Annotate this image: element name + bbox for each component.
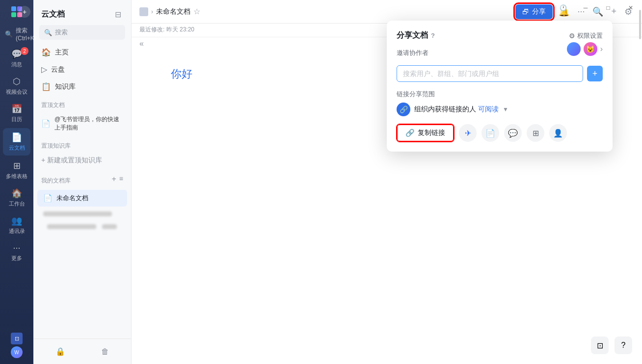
invite-label: 邀请协作者 [397, 49, 428, 57]
sidebar-item-more[interactable]: ··· 更多 [0, 239, 33, 266]
my-docs-actions: + ≡ [111, 175, 123, 183]
add-workspace-btn[interactable]: + [19, 6, 30, 18]
sidebar-bottom: ⊡ W [11, 333, 23, 364]
blurred-doc-item-2[interactable] [37, 221, 127, 232]
right-scrollbar[interactable] [638, 0, 642, 364]
trash-icon[interactable]: 🗑 [97, 345, 113, 358]
template-btn[interactable]: ⊡ [591, 337, 609, 354]
breadcrumb-doc-name[interactable]: 未命名文档 [156, 7, 190, 16]
panel-search-label: 搜索 [55, 28, 68, 37]
link-scope-row: 🔗 组织内获得链接的人 可阅读 ▼ [397, 103, 603, 116]
permission-label: 权限设置 [577, 31, 603, 40]
sidebar-avatar-area[interactable]: ⊡ W [11, 333, 23, 358]
search-label: 搜索 (Ctrl+K) [16, 26, 36, 42]
link-scope-label: 链接分享范围 [397, 90, 603, 99]
sidebar-item-messages[interactable]: 💬 消息 2 [0, 45, 33, 72]
sheets-icon: ⊞ [13, 160, 21, 171]
share-popup-header: 分享文档 ? ⚙ 权限设置 [397, 30, 603, 41]
sidebar-item-video[interactable]: ⬡ 视频会议 [0, 72, 33, 100]
share-actions: 🔗 复制链接 ✈ 📄 💬 ⊞ 👤 [397, 124, 603, 142]
blurred-doc-item-1[interactable] [37, 208, 127, 219]
pinned-doc-icon: 📄 [41, 119, 51, 128]
lock-icon[interactable]: 🔒 [52, 345, 69, 358]
pinned-docs-label: 置顶文档 [33, 95, 131, 111]
video-label: 视频会议 [6, 88, 27, 96]
template-icon: ⊡ [597, 341, 603, 350]
add-doc-btn[interactable]: + [111, 175, 116, 183]
blurred-bar-1 [43, 211, 112, 216]
home-label: 主页 [55, 48, 69, 57]
maximize-btn[interactable]: □ [597, 0, 619, 16]
contacts-icon: 👥 [11, 215, 22, 226]
panel-nav-home[interactable]: 🏠 主页 [33, 44, 131, 61]
pinned-knowledge-label: 置顶知识库 [33, 136, 131, 152]
knowledge-icon: 📋 [41, 82, 51, 91]
panel-footer: 🔒 🗑 [33, 338, 131, 364]
doc-list-toggle-btn[interactable]: ≡ [119, 175, 123, 183]
feishu-icon: ⊡ [11, 333, 23, 344]
collaborator-avatar-1 [567, 42, 581, 56]
star-icon[interactable]: ☆ [193, 7, 200, 16]
messages-label: 消息 [11, 61, 22, 68]
qr-share-icon: ⊞ [533, 129, 539, 138]
history-btn[interactable]: 🕐 [552, 0, 574, 16]
feishu-share-icon: ✈ [465, 129, 471, 138]
close-btn[interactable]: ✕ [619, 0, 642, 16]
panel-nav-cloud[interactable]: ▷ 云盘 [33, 61, 131, 78]
link-section: 链接分享范围 🔗 组织内获得链接的人 可阅读 ▼ [397, 90, 603, 116]
permission-settings-btn[interactable]: ⚙ 权限设置 [569, 31, 603, 40]
invite-section: 邀请协作者 😺 › + [397, 49, 603, 82]
collaborator-avatar-2: 😺 [584, 42, 597, 56]
user-share-icon: 👤 [553, 129, 563, 138]
link-scope-icon: 🔗 [397, 103, 410, 116]
invite-more-btn[interactable]: › [600, 45, 603, 53]
invite-add-btn[interactable]: + [587, 66, 603, 81]
add-knowledge-btn[interactable]: + 新建或置顶知识库 [33, 152, 131, 169]
active-doc-item[interactable]: 📄 未命名文档 [37, 190, 127, 207]
share-button[interactable]: 🗗 分享 [515, 4, 553, 19]
panel-nav-knowledge[interactable]: 📋 知识库 [33, 78, 131, 95]
share-docs-btn[interactable]: 📄 [482, 124, 499, 142]
pinned-doc-item[interactable]: 📄 @飞书管理员，你的快速上手指南 [33, 111, 131, 136]
add-knowledge-label: + 新建或置顶知识库 [41, 156, 102, 165]
link-scope-dropdown-icon[interactable]: ▼ [503, 106, 508, 113]
sidebar-item-contacts[interactable]: 👥 通讯录 [0, 211, 33, 239]
panel-toggle-btn[interactable]: ⊟ [113, 8, 123, 21]
panel-search-btn[interactable]: 🔍 搜索 [39, 25, 125, 40]
sidebar-item-docs[interactable]: 📄 云文档 [3, 128, 30, 156]
link-scope-text: 组织内获得链接的人 可阅读 [414, 105, 499, 114]
sidebar-item-sheets[interactable]: ⊞ 多维表格 [0, 156, 33, 184]
calendar-label: 日历 [11, 116, 22, 123]
cloud-icon: ▷ [41, 65, 47, 74]
help-btn[interactable]: ? [615, 337, 632, 354]
share-feishu-btn[interactable]: ✈ [459, 124, 477, 142]
messages-badge: 2 [21, 47, 28, 55]
sidebar-item-calendar[interactable]: 📅 日历 [0, 100, 33, 127]
share-help-icon[interactable]: ? [431, 32, 435, 39]
pinned-doc-label: @飞书管理员，你的快速上手指南 [54, 115, 123, 132]
link-scope-highlight: 可阅读 [478, 105, 499, 113]
left-panel-header: 云文档 ⊟ [33, 0, 131, 25]
search-icon: 🔍 [5, 30, 13, 38]
calendar-icon: 📅 [11, 104, 22, 114]
copy-link-btn[interactable]: 🔗 复制链接 [397, 124, 454, 142]
invite-avatars: 😺 › [567, 42, 603, 56]
share-user-btn[interactable]: 👤 [549, 124, 567, 142]
left-panel: 云文档 ⊟ 🔍 搜索 🏠 主页 ▷ 云盘 📋 知识库 置顶文档 📄 @飞书管理员… [33, 0, 132, 364]
knowledge-label: 知识库 [55, 82, 76, 91]
workspace-icon: 🏠 [11, 188, 22, 199]
breadcrumb-sep1: › [151, 8, 153, 15]
invite-input[interactable] [397, 65, 583, 82]
active-doc-label: 未命名文档 [56, 194, 88, 203]
copy-link-label: 复制链接 [418, 129, 445, 137]
sidebar-search-btn[interactable]: 🔍 搜索 (Ctrl+K) [0, 24, 33, 45]
share-wechat-btn[interactable]: 💬 [504, 124, 522, 142]
minimize-btn[interactable]: ─ [574, 0, 597, 16]
gear-icon: ⚙ [569, 32, 575, 40]
panel-search-icon: 🔍 [44, 29, 52, 36]
sidebar-item-workspace[interactable]: 🏠 工作台 [0, 184, 33, 211]
invite-input-row: + [397, 65, 603, 82]
copy-link-icon: 🔗 [405, 129, 415, 137]
share-popup: 分享文档 ? ⚙ 权限设置 邀请协作者 😺 › + [387, 21, 613, 152]
share-qr-btn[interactable]: ⊞ [527, 124, 544, 142]
